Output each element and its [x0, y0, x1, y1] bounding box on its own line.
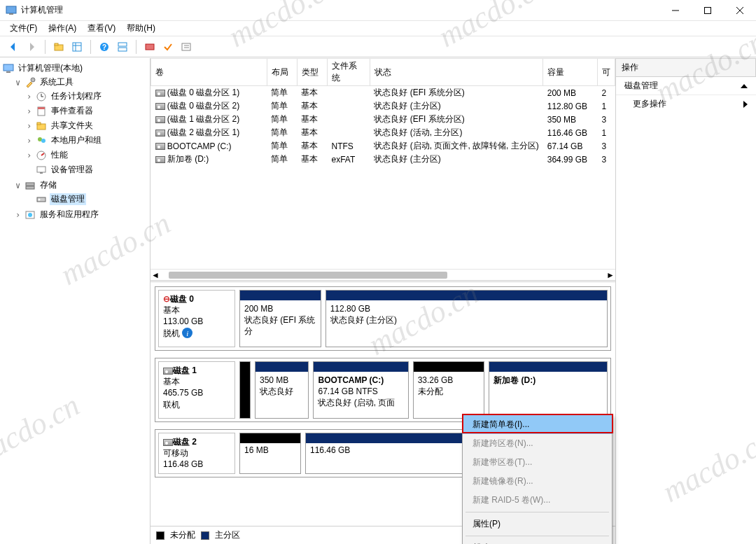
titlebar: 计算机管理 [0, 0, 756, 21]
tree-label: 共享文件夹 [50, 120, 94, 132]
back-button[interactable] [6, 39, 21, 55]
table-row[interactable]: (磁盘 2 磁盘分区 1)简单基本状态良好 (活动, 主分区)116.46 GB… [151, 126, 615, 139]
scroll-left-icon[interactable]: ◄ [150, 270, 160, 280]
svg-rect-33 [40, 172, 43, 174]
tree-label: 性能 [50, 149, 69, 161]
tree-task-scheduler[interactable]: ›任务计划程序 [24, 90, 148, 103]
partition[interactable]: 350 MB状态良好 [255, 361, 309, 419]
partition[interactable]: 16 MB [239, 433, 301, 474]
check-icon[interactable] [160, 39, 176, 55]
horizontal-scrollbar[interactable]: ◄ ► [150, 269, 615, 280]
disk-label[interactable]: ⊖磁盘 0基本113.00 GB脱机 i [158, 290, 235, 347]
tree-root[interactable]: 计算机管理(本地) [1, 62, 148, 75]
partition[interactable]: 33.26 GB未分配 [413, 361, 485, 419]
legend-swatch-unallocated [156, 531, 164, 540]
context-menu: 新建简单卷(I)... 新建跨区卷(N)... 新建带区卷(T)... 新建镜像… [462, 414, 612, 544]
maximize-button[interactable] [692, 0, 724, 21]
expand-icon[interactable]: › [25, 106, 33, 116]
expand-icon[interactable]: › [25, 136, 33, 146]
cm-new-simple-volume[interactable]: 新建简单卷(I)... [463, 415, 612, 434]
volume-icon [155, 90, 165, 97]
partition[interactable] [239, 361, 251, 419]
tree-disk-management[interactable]: 磁盘管理 [24, 193, 148, 206]
partition-body: BOOTCAMP (C:)67.14 GB NTFS状态良好 (启动, 页面 [314, 372, 407, 412]
table-row[interactable]: (磁盘 0 磁盘分区 1)简单基本状态良好 (EFI 系统分区)200 MB2 [151, 86, 615, 100]
scrollbar-thumb[interactable] [169, 272, 447, 279]
actions-more-label: 更多操作 [633, 98, 666, 110]
disk-row[interactable]: ⊖磁盘 0基本113.00 GB脱机 i200 MB状态良好 (EFI 系统分1… [155, 286, 611, 351]
cm-help[interactable]: 帮助(H) [463, 538, 612, 544]
col-layout[interactable]: 布局 [267, 59, 297, 86]
collapse-icon[interactable]: ∨ [14, 78, 22, 88]
context-menu-separator [465, 512, 609, 512]
tree-local-users[interactable]: ›本地用户和组 [24, 134, 148, 147]
partition[interactable]: 新加卷 (D:) [489, 361, 608, 419]
table-header-row: 卷 布局 类型 文件系统 状态 容量 可 [151, 59, 615, 86]
minimize-button[interactable] [659, 0, 692, 21]
tree-label: 磁盘管理 [50, 193, 86, 205]
list-icon[interactable] [178, 39, 194, 55]
tree-label: 设备管理器 [50, 164, 94, 176]
menu-file[interactable]: 文件(F) [4, 21, 43, 36]
col-status[interactable]: 状态 [370, 59, 542, 86]
svg-rect-16 [182, 43, 190, 50]
tree-services-apps[interactable]: › 服务和应用程序 [13, 208, 148, 221]
partition-bar [326, 291, 607, 300]
settings-icon[interactable] [142, 39, 158, 55]
col-fs[interactable]: 文件系统 [328, 59, 370, 86]
help-button[interactable]: ? [97, 39, 112, 55]
menu-action[interactable]: 操作(A) [43, 21, 82, 36]
scroll-right-icon[interactable]: ► [606, 270, 615, 280]
cm-properties[interactable]: 属性(P) [463, 515, 612, 533]
toolbar-separator [90, 40, 91, 54]
tree-pane[interactable]: 计算机管理(本地) ∨ 系统工具 ›任务计划程序 ›事件查看器 [0, 58, 150, 544]
menu-view[interactable]: 查看(V) [82, 21, 121, 36]
col-type[interactable]: 类型 [297, 59, 327, 86]
tree-event-viewer[interactable]: ›事件查看器 [24, 104, 148, 118]
toolbar-separator [136, 40, 136, 54]
expand-icon[interactable]: › [14, 210, 22, 220]
tree-label: 系统工具 [38, 76, 75, 88]
table-row[interactable]: (磁盘 0 磁盘分区 2)简单基本状态良好 (主分区)112.80 GB1 [151, 99, 615, 113]
info-icon[interactable]: i [182, 328, 192, 338]
svg-rect-7 [55, 43, 58, 46]
actions-section-disk-mgmt[interactable]: 磁盘管理 [616, 77, 756, 95]
svg-rect-26 [38, 107, 45, 109]
col-capacity[interactable]: 容量 [543, 59, 598, 86]
volume-table: 卷 布局 类型 文件系统 状态 容量 可 (磁盘 0 磁盘分区 1)简单基本状态… [150, 58, 615, 166]
volume-list[interactable]: 卷 布局 类型 文件系统 状态 容量 可 (磁盘 0 磁盘分区 1)简单基本状态… [150, 58, 615, 282]
disk-label[interactable]: 磁盘 2可移动116.48 GB [158, 433, 235, 474]
partition-body: 112.80 GB状态良好 (主分区) [326, 300, 607, 328]
forward-button[interactable] [24, 39, 39, 55]
tree-device-manager[interactable]: 设备管理器 [24, 163, 148, 176]
folder-icon [36, 120, 47, 132]
table-row[interactable]: BOOTCAMP (C:)简单基本NTFS状态良好 (启动, 页面文件, 故障转… [151, 139, 615, 153]
up-button[interactable] [51, 39, 66, 55]
tree-label: 计算机管理(本地) [17, 62, 84, 74]
table-row[interactable]: 新加卷 (D:)简单基本exFAT状态良好 (主分区)364.99 GB3 [151, 153, 615, 166]
disk-label[interactable]: 磁盘 1基本465.75 GB联机 [158, 361, 235, 419]
tree: 计算机管理(本地) ∨ 系统工具 ›任务计划程序 ›事件查看器 [1, 61, 148, 223]
partition[interactable]: 112.80 GB状态良好 (主分区) [326, 290, 608, 347]
expand-icon[interactable]: › [25, 151, 33, 160]
close-button[interactable] [724, 0, 756, 21]
partition-bar [240, 433, 300, 443]
col-volume[interactable]: 卷 [151, 59, 267, 86]
expand-icon[interactable]: › [25, 121, 33, 131]
col-free[interactable]: 可 [597, 59, 615, 86]
svg-point-21 [31, 78, 35, 82]
disk-row[interactable]: 磁盘 1基本465.75 GB联机350 MB状态良好BOOTCAMP (C:)… [155, 358, 611, 422]
menu-help[interactable]: 帮助(H) [121, 21, 161, 36]
partition[interactable]: 200 MB状态良好 (EFI 系统分 [239, 290, 321, 347]
expand-icon[interactable]: › [25, 92, 33, 102]
collapse-icon[interactable]: ∨ [14, 181, 22, 190]
actions-more[interactable]: 更多操作 [616, 95, 756, 113]
view-button[interactable] [69, 39, 85, 55]
tree-storage[interactable]: ∨ 存储 [13, 179, 148, 192]
layout-button[interactable] [115, 39, 130, 55]
table-row[interactable]: (磁盘 1 磁盘分区 2)简单基本状态良好 (EFI 系统分区)350 MB3 [151, 113, 615, 126]
partition[interactable]: BOOTCAMP (C:)67.14 GB NTFS状态良好 (启动, 页面 [313, 361, 408, 419]
tree-shared-folders[interactable]: ›共享文件夹 [24, 119, 148, 132]
tree-performance[interactable]: ›性能 [24, 148, 148, 162]
tree-system-tools[interactable]: ∨ 系统工具 [13, 76, 148, 89]
